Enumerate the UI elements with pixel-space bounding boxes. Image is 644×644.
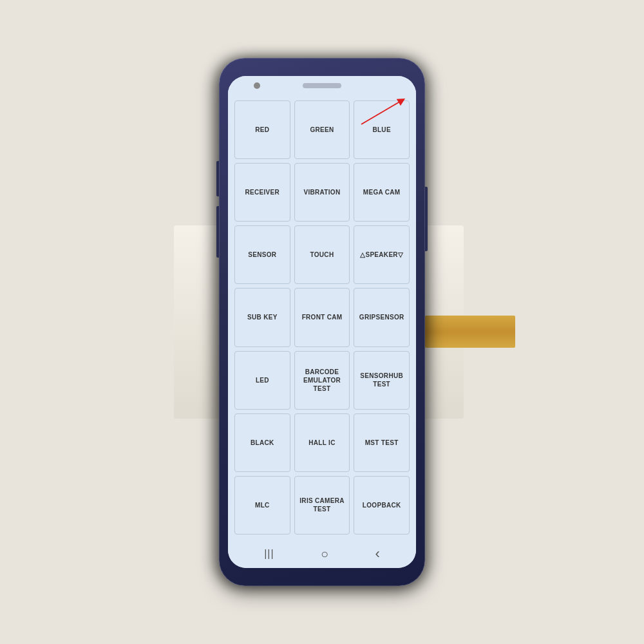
red-button[interactable]: RED [234, 100, 290, 159]
sensorhub-test-button[interactable]: SENSORHUB TEST [354, 351, 410, 410]
back-button[interactable]: ‹ [375, 545, 379, 562]
volume-up-button[interactable] [216, 161, 219, 196]
front-cam-button[interactable]: FRONT CAM [294, 288, 350, 346]
black-button[interactable]: BLACK [234, 413, 290, 472]
phone: RED GREEN BLUE RECEIVER VIBRATION MEGA C… [219, 58, 425, 586]
barcode-emulator-button[interactable]: BARCODE EMULATOR TEST [294, 351, 350, 410]
green-button[interactable]: GREEN [294, 100, 350, 159]
volume-down-button[interactable] [216, 206, 219, 258]
speaker-button[interactable]: △SPEAKER▽ [354, 225, 410, 284]
loopback-button[interactable]: LOOPBACK [354, 476, 410, 535]
receiver-button[interactable]: RECEIVER [234, 163, 290, 222]
mst-test-button[interactable]: MST TEST [354, 413, 410, 472]
gripsensor-button[interactable]: GRIPSENSOR [354, 288, 410, 346]
phone-body: RED GREEN BLUE RECEIVER VIBRATION MEGA C… [219, 58, 425, 586]
blue-button[interactable]: BLUE [354, 100, 410, 159]
recent-apps-button[interactable]: ||| [264, 548, 274, 560]
led-button[interactable]: LED [234, 351, 290, 410]
navigation-bar: ||| ○ ‹ [228, 540, 416, 568]
power-button[interactable] [425, 187, 428, 251]
hall-ic-button[interactable]: HALL IC [294, 413, 350, 472]
test-menu-grid: RED GREEN BLUE RECEIVER VIBRATION MEGA C… [228, 95, 416, 540]
touch-button[interactable]: TOUCH [294, 225, 350, 284]
phone-screen: RED GREEN BLUE RECEIVER VIBRATION MEGA C… [228, 76, 416, 568]
home-button[interactable]: ○ [321, 547, 328, 562]
flex-cable [425, 316, 515, 348]
speaker-grille [303, 83, 341, 88]
vibration-button[interactable]: VIBRATION [294, 163, 350, 222]
mlc-button[interactable]: MLC [234, 476, 290, 535]
status-bar [228, 76, 416, 95]
iris-camera-test-button[interactable]: IRIS CAMERA TEST [294, 476, 350, 535]
mega-cam-button[interactable]: MEGA CAM [354, 163, 410, 222]
front-camera-dot [254, 82, 260, 89]
sensor-button[interactable]: SENSOR [234, 225, 290, 284]
sub-key-button[interactable]: SUB KEY [234, 288, 290, 346]
